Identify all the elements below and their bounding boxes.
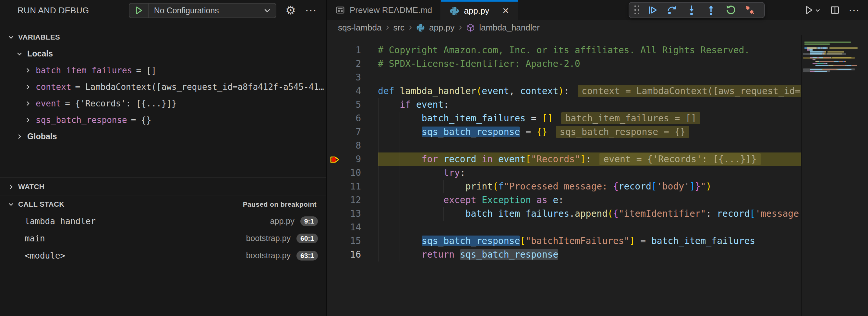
line-number[interactable]: 16 (327, 248, 378, 261)
breadcrumb-item-symbol[interactable]: lambda_handler (479, 23, 539, 33)
variable-row[interactable]: event= {'Records': [{...}]} (0, 95, 326, 112)
minimap-token (809, 49, 813, 51)
step-into-button[interactable] (682, 3, 701, 18)
line-number[interactable]: 2 (327, 57, 378, 71)
line-number[interactable]: 1 (327, 43, 378, 57)
symbol-method-icon (466, 23, 475, 32)
toolbar-drag-handle[interactable] (634, 5, 640, 14)
code-token: return (422, 249, 460, 260)
call-stack-frame[interactable]: lambda_handlerapp.py9:1 (0, 213, 326, 230)
code-line[interactable]: if event: (378, 98, 868, 112)
chevron-down-icon (7, 200, 15, 208)
start-debug-button[interactable] (129, 4, 149, 18)
code-token: f (498, 181, 504, 192)
chevron-right-icon (16, 133, 23, 140)
more-actions-icon[interactable]: ⋯ (846, 4, 862, 17)
line-number[interactable]: 6 (327, 112, 378, 125)
line-number[interactable]: 14 (327, 221, 378, 234)
tab-app-py[interactable]: app.py ✕ (441, 0, 518, 20)
minimap-indent (804, 49, 807, 51)
line-number[interactable]: 9 (327, 153, 378, 166)
code-token: ( (493, 181, 498, 192)
variable-name: sqs_batch_response (36, 115, 127, 125)
minimap-line (804, 69, 868, 70)
debug-configuration-dropdown[interactable]: No Configurations (129, 3, 276, 18)
code-line[interactable]: except Exception as e: (378, 193, 868, 207)
minimap-line (804, 53, 868, 55)
tab-bar: Preview README.md app.py ✕ (327, 0, 868, 20)
code-line[interactable]: print(f"Processed message: {record['body… (378, 180, 868, 193)
code-token: def (378, 86, 400, 96)
globals-scope-row[interactable]: Globals (0, 128, 326, 145)
inline-debug-value: sqs_batch_response = {} (556, 126, 690, 138)
code-token: [ (651, 181, 657, 192)
line-number[interactable]: 8 (327, 139, 378, 153)
locals-scope-row[interactable]: Locals (0, 45, 326, 62)
code-line[interactable]: for record in event["Records"]:event = {… (378, 153, 868, 166)
gear-icon[interactable]: ⚙ (285, 4, 296, 16)
breadcrumb-item-folder[interactable]: src (393, 23, 404, 33)
step-over-button[interactable] (662, 3, 682, 18)
code-line[interactable]: return sqs_batch_response (378, 248, 868, 261)
minimap-token (822, 48, 827, 49)
chevron-right-icon (24, 116, 32, 124)
variable-row[interactable]: batch_item_failures= [] (0, 62, 326, 78)
code-line[interactable]: sqs_batch_response = {}sqs_batch_respons… (378, 125, 868, 139)
code-line[interactable]: sqs_batch_response["batchItemFailures"] … (378, 234, 868, 248)
code-line[interactable]: batch_item_failures.append({"itemIdentif… (378, 207, 868, 221)
line-number[interactable]: 4 (327, 84, 378, 98)
line-number[interactable]: 11 (327, 180, 378, 193)
variables-header[interactable]: VARIABLES (0, 29, 326, 45)
code-token: 'message (755, 208, 799, 219)
call-stack-frame[interactable]: <module>bootstrap.py63:1 (0, 247, 326, 264)
disconnect-button[interactable] (740, 3, 760, 18)
watch-header[interactable]: WATCH (0, 179, 326, 195)
tab-preview-readme[interactable]: Preview README.md (327, 0, 441, 20)
code-token: lambda_handler (400, 86, 476, 96)
step-out-button[interactable] (701, 3, 721, 18)
continue-button[interactable] (643, 3, 662, 18)
code-line[interactable] (378, 221, 868, 234)
variable-row[interactable]: context= LambdaContext([aws_request_id=a… (0, 78, 326, 95)
code-line[interactable]: try: (378, 166, 868, 180)
variable-row[interactable]: sqs_batch_response= {} (0, 112, 326, 128)
line-number[interactable]: 3 (327, 71, 378, 84)
paused-status-badge: Paused on breakpoint (243, 200, 317, 208)
continue-icon (647, 4, 658, 15)
call-stack-frame[interactable]: mainbootstrap.py60:1 (0, 230, 326, 247)
code-token: # Copyright Amazon.com, Inc. or its affi… (378, 45, 750, 56)
line-number[interactable]: 5 (327, 98, 378, 112)
code-line[interactable] (378, 139, 868, 153)
code-token: = (635, 235, 651, 246)
run-python-file-button[interactable] (801, 5, 824, 15)
indent-guide (378, 207, 378, 221)
line-number[interactable]: 15 (327, 234, 378, 248)
line-number[interactable]: 12 (327, 193, 378, 207)
code-line[interactable]: # SPDX-License-Identifier: Apache-2.0 (378, 57, 868, 71)
minimap-line (804, 43, 868, 45)
code-line[interactable]: # Copyright Amazon.com, Inc. or its affi… (378, 43, 868, 57)
step-into-icon (686, 4, 697, 15)
variable-name: context (36, 82, 71, 92)
call-stack-header[interactable]: CALL STACK Paused on breakpoint (0, 196, 326, 213)
chevron-right-icon (24, 100, 32, 107)
line-number[interactable]: 10 (327, 166, 378, 180)
code-line[interactable]: def lambda_handler(event, context):conte… (378, 84, 868, 98)
breadcrumb-item-folder[interactable]: sqs-lambda (338, 23, 381, 33)
close-icon[interactable]: ✕ (502, 6, 509, 16)
code-line[interactable]: batch_item_failures = []batch_item_failu… (378, 112, 868, 125)
minimap-token (817, 63, 824, 64)
line-number[interactable]: 13 (327, 207, 378, 221)
variable-name: event (36, 99, 61, 108)
minimap[interactable] (801, 35, 868, 316)
code-token: # SPDX-License-Identifier: Apache-2.0 (378, 58, 580, 69)
split-editor-button[interactable] (827, 5, 843, 15)
line-number[interactable]: 7 (327, 125, 378, 139)
more-actions-icon[interactable]: ⋯ (305, 4, 317, 16)
breadcrumb-item-file[interactable]: app.py (429, 23, 455, 33)
code-line[interactable] (378, 71, 868, 84)
restart-button[interactable] (721, 3, 740, 18)
indent-guide (400, 207, 400, 221)
tab-label: app.py (464, 6, 489, 16)
indent-guide (378, 248, 378, 261)
